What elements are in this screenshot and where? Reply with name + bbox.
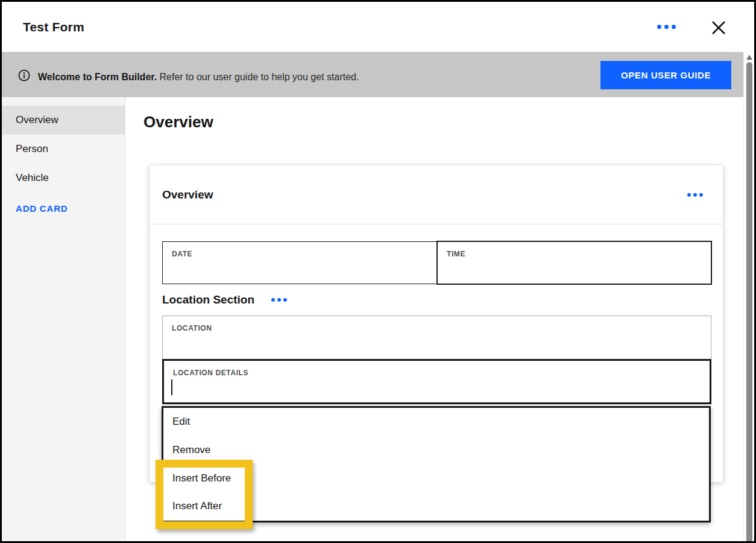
time-field[interactable]: TIME bbox=[436, 241, 712, 285]
location-field[interactable]: LOCATION bbox=[162, 316, 711, 360]
menu-item-remove[interactable]: Remove bbox=[163, 436, 709, 465]
location-details-field-label: LOCATION DETAILS bbox=[164, 361, 710, 377]
sidebar-item-person[interactable]: Person bbox=[2, 135, 125, 164]
sidebar-item-overview[interactable]: Overview bbox=[2, 106, 125, 135]
window: Test Form Welcome to Form Builder. Refer… bbox=[0, 0, 756, 543]
banner-message-rest: Refer to our user guide to help you get … bbox=[157, 72, 359, 82]
vertical-scrollbar[interactable] bbox=[743, 52, 754, 541]
welcome-banner: Welcome to Form Builder. Refer to our us… bbox=[2, 52, 743, 98]
text-cursor bbox=[171, 379, 172, 395]
overflow-menu-icon[interactable] bbox=[657, 25, 676, 29]
context-menu: Edit Remove Insert Before Insert After bbox=[162, 406, 711, 522]
sidebar: Overview Person Vehicle ADD CARD bbox=[2, 97, 125, 541]
card-header: Overview bbox=[150, 165, 723, 224]
menu-item-insert-before[interactable]: Insert Before bbox=[163, 464, 709, 492]
open-user-guide-button[interactable]: OPEN USER GUIDE bbox=[600, 61, 731, 89]
scroll-up-arrow-icon[interactable] bbox=[746, 55, 752, 60]
banner-message: Welcome to Form Builder. Refer to our us… bbox=[38, 72, 359, 83]
date-field[interactable]: DATE bbox=[162, 241, 437, 284]
menu-item-edit[interactable]: Edit bbox=[163, 408, 709, 436]
banner-message-bold: Welcome to Form Builder. bbox=[38, 72, 157, 82]
page-title: Overview bbox=[143, 113, 213, 132]
close-icon[interactable] bbox=[708, 17, 729, 38]
location-field-label: LOCATION bbox=[163, 316, 711, 332]
location-section-title: Location Section bbox=[162, 293, 254, 306]
window-title: Test Form bbox=[23, 20, 84, 34]
time-field-label: TIME bbox=[438, 242, 711, 258]
card-overflow-menu-icon[interactable] bbox=[687, 193, 703, 197]
date-field-label: DATE bbox=[163, 242, 436, 258]
card-title: Overview bbox=[162, 188, 213, 202]
add-card-button[interactable]: ADD CARD bbox=[2, 194, 125, 223]
info-icon bbox=[18, 69, 30, 81]
location-details-field[interactable]: LOCATION DETAILS bbox=[162, 359, 711, 404]
section-overflow-menu-icon[interactable] bbox=[271, 298, 287, 302]
scrollbar-thumb[interactable] bbox=[746, 62, 752, 541]
menu-item-insert-after[interactable]: Insert After bbox=[163, 492, 709, 521]
header: Test Form bbox=[2, 2, 754, 52]
location-section-header: Location Section bbox=[162, 293, 287, 306]
sidebar-item-vehicle[interactable]: Vehicle bbox=[2, 164, 125, 192]
